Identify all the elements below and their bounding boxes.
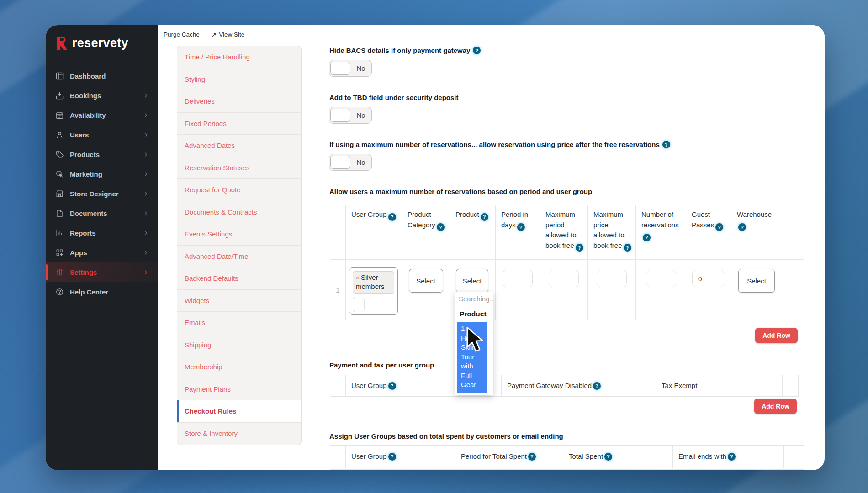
apps-grid-icon xyxy=(55,248,64,257)
column-header-guest-passes: Guest Passes? xyxy=(686,205,731,260)
external-link-arrow-icon: ↗ xyxy=(212,31,217,38)
help-icon[interactable]: ? xyxy=(576,244,583,252)
help-icon[interactable]: ? xyxy=(604,453,612,461)
setting-label-max-reservations-price: If using a maximum number of reservation… xyxy=(329,141,670,148)
submenu-item-reservation-statuses[interactable]: Reservation Statuses xyxy=(177,157,301,179)
section-divider xyxy=(318,180,814,180)
toggle-hide-bacs[interactable]: No xyxy=(329,60,372,77)
sidebar-item-bookings[interactable]: Bookings xyxy=(46,86,158,105)
sidebar-item-label: Reports xyxy=(70,229,96,237)
column-header-empty xyxy=(783,375,798,396)
toggle-value: No xyxy=(350,65,371,72)
submenu-item-emails[interactable]: Emails xyxy=(177,312,301,334)
toggle-value: No xyxy=(350,112,371,119)
submenu-item-shipping[interactable]: Shipping xyxy=(177,334,301,357)
submenu-item-membership[interactable]: Membership xyxy=(177,356,301,378)
product-category-select[interactable]: Select xyxy=(409,269,443,293)
submenu-item-store-inventory[interactable]: Store & Inventory xyxy=(177,423,301,445)
sidebar-nav: Dashboard Bookings Availability Users Pr… xyxy=(46,66,158,302)
toggle-tbd-deposit[interactable]: No xyxy=(329,107,372,124)
row-actions-cell xyxy=(782,260,804,320)
sidebar-item-store-designer[interactable]: Store Designer xyxy=(46,184,158,204)
column-header-empty xyxy=(330,205,346,260)
dropdown-group-label: Product xyxy=(455,306,493,322)
submenu-item-styling[interactable]: Styling xyxy=(177,68,301,91)
sidebar-item-label: Store Designer xyxy=(70,190,119,198)
submenu-item-documents-contracts[interactable]: Documents & Contracts xyxy=(177,201,301,224)
column-header-warehouse: Warehouse? xyxy=(731,205,782,260)
add-row-button-limits[interactable]: Add Row xyxy=(755,328,798,343)
submenu-item-advanced-date-time[interactable]: Advanced Date/Time xyxy=(177,246,301,268)
help-icon[interactable]: ? xyxy=(517,223,525,231)
warehouse-select[interactable]: Select xyxy=(738,269,775,293)
column-header-empty xyxy=(330,446,346,468)
max-period-input[interactable] xyxy=(549,270,579,287)
submenu-item-advanced-dates[interactable]: Advanced Dates xyxy=(177,135,301,157)
row-index: 1 xyxy=(330,260,346,320)
period-in-days-input[interactable] xyxy=(503,270,533,287)
sidebar-item-reports[interactable]: Reports xyxy=(46,223,158,243)
help-icon[interactable]: ? xyxy=(643,234,651,241)
sidebar-item-label: Users xyxy=(70,131,89,139)
dashboard-icon xyxy=(55,72,64,80)
sidebar-item-availability[interactable]: Availability xyxy=(46,105,158,125)
reservety-logo[interactable]: reservety xyxy=(56,36,128,50)
submenu-item-backend-defaults[interactable]: Backend Defaults xyxy=(177,267,301,290)
sidebar-item-settings[interactable]: Settings xyxy=(46,262,158,282)
period-in-days-cell xyxy=(496,260,540,320)
column-header-period-in-days: Period in days? xyxy=(496,205,540,260)
topbar: Purge Cache ↗ View Site xyxy=(158,25,825,44)
help-icon[interactable]: ? xyxy=(388,453,396,461)
help-icon[interactable]: ? xyxy=(662,141,670,148)
help-icon[interactable]: ? xyxy=(481,213,488,221)
submenu-item-checkout-rules[interactable]: Checkout Rules xyxy=(177,400,301,423)
submenu-item-fixed-periods[interactable]: Fixed Periods xyxy=(177,113,301,135)
settings-submenu: Time / Price Handling Styling Deliveries… xyxy=(177,46,302,445)
submenu-item-widgets[interactable]: Widgets xyxy=(177,290,301,312)
help-icon[interactable]: ? xyxy=(624,244,631,252)
sidebar: reservety Dashboard Bookings Availabilit… xyxy=(46,25,158,470)
sidebar-item-help-center[interactable]: Help Center xyxy=(46,282,158,302)
document-icon xyxy=(55,209,64,218)
help-icon[interactable]: ? xyxy=(715,223,723,231)
purge-cache-link[interactable]: Purge Cache xyxy=(164,31,200,38)
calendar-icon xyxy=(55,111,64,120)
number-of-reservations-input[interactable] xyxy=(646,270,676,287)
sidebar-item-label: Availability xyxy=(70,111,106,119)
help-icon[interactable]: ? xyxy=(388,213,396,221)
add-row-button-payment[interactable]: Add Row xyxy=(754,399,797,414)
max-price-input[interactable] xyxy=(597,270,627,287)
help-icon[interactable]: ? xyxy=(728,453,736,461)
sidebar-item-dashboard[interactable]: Dashboard xyxy=(46,66,158,86)
column-header-user-group: User Group? xyxy=(346,205,402,260)
guest-passes-input[interactable]: 0 xyxy=(692,270,725,287)
submenu-item-payment-plans[interactable]: Payment Plans xyxy=(177,378,301,401)
sidebar-item-products[interactable]: Products xyxy=(46,145,158,164)
submenu-item-events-settings[interactable]: Events Settings xyxy=(177,223,301,246)
sidebar-item-apps[interactable]: Apps xyxy=(46,243,158,262)
product-select[interactable]: Select xyxy=(456,269,488,293)
submenu-item-deliveries[interactable]: Deliveries xyxy=(177,90,301,113)
help-icon[interactable]: ? xyxy=(528,453,536,461)
sidebar-item-users[interactable]: Users xyxy=(46,125,158,145)
help-icon[interactable]: ? xyxy=(738,223,746,231)
submenu-item-request-for-quote[interactable]: Request for Quote xyxy=(177,179,301,201)
help-icon[interactable]: ? xyxy=(388,382,396,390)
help-icon[interactable]: ? xyxy=(437,223,445,231)
payment-tax-table: User Group? Payment Gateway Disabled? Ta… xyxy=(330,375,799,397)
user-group-search-input[interactable] xyxy=(353,297,365,312)
submenu-item-time-price-handling[interactable]: Time / Price Handling xyxy=(177,46,301,68)
user-icon xyxy=(55,131,64,139)
toggle-max-reservations-price[interactable]: No xyxy=(329,154,372,171)
sidebar-item-marketing[interactable]: Marketing xyxy=(46,164,158,184)
chip-remove-icon[interactable]: × xyxy=(356,275,359,281)
help-icon[interactable]: ? xyxy=(473,47,481,54)
user-group-multiselect[interactable]: ×Silver members xyxy=(349,267,398,315)
sidebar-item-documents[interactable]: Documents xyxy=(46,204,158,223)
chevron-right-icon xyxy=(143,171,149,178)
view-site-link[interactable]: ↗ View Site xyxy=(212,31,244,38)
mouse-cursor xyxy=(465,327,485,353)
warehouse-cell: Select xyxy=(731,260,782,320)
limits-heading: Allow users a maximum number of reservat… xyxy=(329,188,592,195)
help-icon[interactable]: ? xyxy=(593,382,601,390)
